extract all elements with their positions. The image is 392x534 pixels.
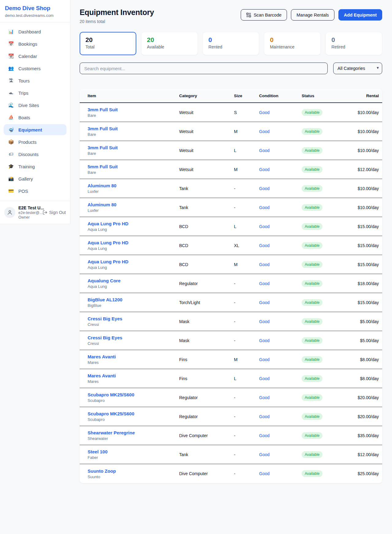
- item-condition-link[interactable]: Good: [259, 186, 270, 191]
- sidebar-item-trips[interactable]: 🛥 Trips: [4, 87, 66, 98]
- page-title: Equipment Inventory: [80, 8, 154, 17]
- item-condition-link[interactable]: Good: [259, 300, 270, 305]
- sidebar-item-pos[interactable]: 💳 POS: [4, 185, 66, 196]
- sidebar-item-calendar[interactable]: 📆 Calendar: [4, 51, 66, 62]
- item-category: Mask: [179, 338, 234, 343]
- item-size: M: [234, 357, 259, 362]
- search-input[interactable]: [80, 63, 328, 74]
- item-name-link[interactable]: Steel 100: [88, 449, 107, 454]
- stat-label: Rented: [209, 44, 254, 49]
- item-size: M: [234, 167, 259, 172]
- item-condition-link[interactable]: Good: [259, 281, 270, 286]
- item-name-link[interactable]: Aqualung Core: [88, 278, 121, 283]
- item-name-link[interactable]: Cressi Big Eyes: [88, 335, 122, 340]
- item-condition-link[interactable]: Good: [259, 357, 270, 362]
- item-condition-link[interactable]: Good: [259, 224, 270, 229]
- sign-out-button[interactable]: Sign Out: [43, 210, 66, 215]
- item-name-link[interactable]: Suunto Zoop: [88, 468, 116, 474]
- item-name-link[interactable]: Mares Avanti: [88, 354, 116, 359]
- table-row: Aqua Lung Pro HD Aqua Lung BCD M Good Av…: [80, 255, 382, 274]
- item-size: -: [234, 205, 259, 210]
- sidebar-item-discounts[interactable]: 🏷 Discounts: [4, 149, 66, 160]
- item-size: M: [234, 129, 259, 134]
- item-name-link[interactable]: Aluminum 80: [88, 202, 116, 207]
- stat-card-retired[interactable]: 0 Retired: [326, 32, 382, 55]
- item-condition-link[interactable]: Good: [259, 395, 270, 400]
- logout-icon: [43, 210, 47, 215]
- item-name-link[interactable]: 3mm Full Suit: [88, 107, 118, 112]
- status-badge: Available: [302, 147, 322, 154]
- stat-card-available[interactable]: 20 Available: [141, 32, 198, 55]
- item-condition-link[interactable]: Good: [259, 110, 270, 115]
- package-icon: 📦: [8, 139, 14, 145]
- sidebar-item-tours[interactable]: 🏝 Tours: [4, 75, 66, 86]
- status-badge: Available: [302, 280, 322, 287]
- stat-card-maintenance[interactable]: 0 Maintenance: [264, 32, 321, 55]
- item-condition-link[interactable]: Good: [259, 262, 270, 267]
- sidebar-item-gallery[interactable]: 📸 Gallery: [4, 173, 66, 184]
- manage-rentals-button[interactable]: Manage Rentals: [291, 9, 334, 21]
- item-condition-link[interactable]: Good: [259, 452, 270, 457]
- item-name-link[interactable]: Mares Avanti: [88, 373, 116, 378]
- sidebar-item-training[interactable]: 🎓 Training: [4, 161, 66, 172]
- item-condition-link[interactable]: Good: [259, 129, 270, 134]
- credit-card-icon: 💳: [8, 188, 14, 194]
- sidebar-item-bookings[interactable]: 📅 Bookings: [4, 38, 66, 49]
- sidebar-item-equipment[interactable]: 🤿 Equipment: [4, 124, 66, 135]
- item-condition-link[interactable]: Good: [259, 243, 270, 248]
- table-row: Mares Avanti Mares Fins L Good Available…: [80, 369, 382, 388]
- scan-barcode-button[interactable]: Scan Barcode: [241, 9, 287, 21]
- item-name-link[interactable]: Scubapro MK25/S600: [88, 411, 134, 416]
- item-condition-link[interactable]: Good: [259, 338, 270, 343]
- sidebar-item-products[interactable]: 📦 Products: [4, 136, 66, 147]
- item-condition-link[interactable]: Good: [259, 471, 270, 476]
- item-condition-link[interactable]: Good: [259, 167, 270, 172]
- table-row: Aluminum 80 Luxfer Tank - Good Available…: [80, 198, 382, 217]
- item-condition-link[interactable]: Good: [259, 319, 270, 324]
- sidebar-item-dive-sites[interactable]: 🌊 Dive Sites: [4, 100, 66, 111]
- status-badge: Available: [302, 356, 322, 363]
- item-condition-link[interactable]: Good: [259, 205, 270, 210]
- sidebar-item-label: Customers: [18, 66, 41, 71]
- item-rental: $15.00/day: [348, 262, 379, 267]
- item-name-link[interactable]: BigBlue AL1200: [88, 297, 123, 302]
- item-name-link[interactable]: Scubapro MK25/S600: [88, 392, 134, 397]
- item-name-link[interactable]: 3mm Full Suit: [88, 126, 118, 131]
- item-brand: Bare: [88, 151, 179, 156]
- item-name-link[interactable]: Aqua Lung Pro HD: [88, 221, 128, 226]
- item-name-link[interactable]: Shearwater Peregrine: [88, 430, 135, 435]
- bar-chart-icon: 📊: [8, 29, 14, 34]
- item-name-link[interactable]: Aqua Lung Pro HD: [88, 259, 128, 264]
- stat-card-rented[interactable]: 0 Rented: [203, 32, 259, 55]
- item-condition-link[interactable]: Good: [259, 376, 270, 381]
- motorboat-icon: 🛥: [8, 90, 14, 96]
- item-name-link[interactable]: 5mm Full Suit: [88, 164, 118, 169]
- item-category: Regulator: [179, 414, 234, 419]
- item-name-link[interactable]: Aqua Lung Pro HD: [88, 240, 128, 245]
- table-row: 3mm Full Suit Bare Wetsuit M Good Availa…: [80, 122, 382, 141]
- add-equipment-button[interactable]: Add Equipment: [338, 9, 382, 21]
- brand-title[interactable]: Demo Dive Shop: [5, 5, 65, 12]
- table-row: Suunto Zoop Suunto Dive Computer - Good …: [80, 464, 382, 483]
- stat-card-total[interactable]: 20 Total: [80, 32, 136, 55]
- user-email: e2e-tester@...: [18, 211, 40, 215]
- sidebar-item-dashboard[interactable]: 📊 Dashboard: [4, 26, 66, 37]
- item-condition-link[interactable]: Good: [259, 148, 270, 153]
- category-select[interactable]: All Categories: [333, 63, 382, 74]
- item-name-link[interactable]: Aluminum 80: [88, 183, 116, 188]
- table-row: Aqua Lung Pro HD Aqua Lung BCD L Good Av…: [80, 217, 382, 236]
- status-badge: Available: [302, 261, 322, 268]
- item-condition-link[interactable]: Good: [259, 433, 270, 438]
- sidebar-item-customers[interactable]: 👥 Customers: [4, 63, 66, 74]
- sidebar-item-boats[interactable]: ⛵ Boats: [4, 112, 66, 123]
- category-select-wrap: All Categories ▼: [333, 63, 382, 74]
- item-condition-link[interactable]: Good: [259, 414, 270, 419]
- item-name-link[interactable]: Cressi Big Eyes: [88, 316, 122, 321]
- item-brand: Aqua Lung: [88, 227, 179, 232]
- sidebar-item-label: Equipment: [18, 127, 42, 132]
- add-equipment-label: Add Equipment: [344, 13, 377, 17]
- tear-off-calendar-icon: 📆: [8, 53, 14, 59]
- item-name-link[interactable]: 3mm Full Suit: [88, 145, 118, 150]
- item-rental: $15.00/day: [348, 300, 379, 305]
- table-row: Aqualung Core Aqua Lung Regulator - Good…: [80, 274, 382, 293]
